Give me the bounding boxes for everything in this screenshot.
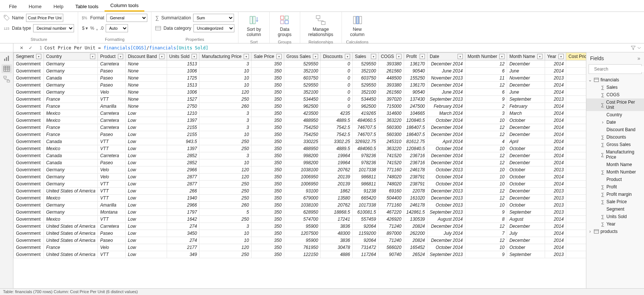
- cell[interactable]: 260: [566, 174, 586, 181]
- cell[interactable]: 9: [465, 96, 507, 103]
- data-groups-button[interactable]: Data groups: [273, 13, 296, 39]
- cell[interactable]: 504400: [378, 195, 404, 202]
- cell[interactable]: Government: [14, 230, 44, 237]
- cell[interactable]: 260: [566, 181, 586, 188]
- cell[interactable]: 0: [321, 75, 353, 82]
- cell[interactable]: 2852: [167, 152, 199, 159]
- ribbon-tab-table-tools[interactable]: Table tools: [69, 1, 104, 12]
- cell[interactable]: 12: [465, 223, 507, 230]
- cell[interactable]: 560300: [378, 124, 404, 131]
- table-row[interactable]: GovernmentCanadaCarreteraLow285233509982…: [14, 152, 586, 159]
- cell[interactable]: 10: [465, 145, 507, 152]
- cell[interactable]: 350: [251, 230, 284, 237]
- cell[interactable]: 117264: [352, 251, 378, 258]
- table-row[interactable]: GovernmentGermanyMontanaLow1797535062895…: [14, 209, 586, 216]
- cell[interactable]: Low: [125, 230, 167, 237]
- cell[interactable]: 350: [251, 223, 284, 230]
- table-row[interactable]: GovernmentGermanyVeloLow2877120350100695…: [14, 174, 586, 181]
- cell[interactable]: 91238: [352, 188, 378, 195]
- cell[interactable]: September: [507, 251, 545, 258]
- cell[interactable]: Government: [14, 209, 44, 216]
- cell[interactable]: 3836: [321, 237, 353, 244]
- cell[interactable]: Government: [14, 216, 44, 223]
- cell[interactable]: 10: [199, 68, 251, 75]
- cell[interactable]: Mexico: [44, 195, 98, 202]
- cell[interactable]: Government: [14, 237, 44, 244]
- table-row[interactable]: GovernmentGermanyVeloNone100612035035210…: [14, 89, 586, 96]
- cell[interactable]: 978236: [352, 152, 378, 159]
- cell[interactable]: 136170: [404, 61, 427, 68]
- cell[interactable]: Carretera: [98, 61, 125, 68]
- cell[interactable]: February: [507, 103, 545, 110]
- cell[interactable]: 2155: [167, 131, 199, 138]
- cell[interactable]: 534450: [352, 96, 378, 103]
- cell[interactable]: Low: [125, 181, 167, 188]
- cell[interactable]: Government: [14, 251, 44, 258]
- cell[interactable]: September 2013: [427, 251, 465, 258]
- cell[interactable]: Government: [14, 89, 44, 96]
- column-header-manufacturing-price[interactable]: Manufacturing Price▾: [199, 53, 251, 61]
- cell[interactable]: VTT: [98, 181, 125, 188]
- cell[interactable]: 0: [321, 89, 353, 96]
- cell[interactable]: 20762: [321, 202, 353, 209]
- cell[interactable]: October 2013: [427, 166, 465, 174]
- cell[interactable]: June: [507, 68, 545, 75]
- cell[interactable]: 423500: [284, 110, 320, 117]
- column-header-year[interactable]: Year▾: [545, 53, 566, 61]
- ribbon-tab-file[interactable]: File: [3, 1, 23, 12]
- cell[interactable]: VTT: [98, 195, 125, 202]
- column-header-cost-price-per-unit[interactable]: Cost Price Per Unit▾: [566, 53, 586, 61]
- cell[interactable]: 260: [566, 124, 586, 131]
- cell[interactable]: 2013: [545, 251, 566, 258]
- decimal-places-select[interactable]: Auto: [106, 24, 128, 32]
- cell[interactable]: 4889.5: [321, 117, 353, 124]
- cell[interactable]: 2750: [167, 103, 199, 110]
- cell[interactable]: 12: [465, 195, 507, 202]
- cell[interactable]: October 2014: [427, 117, 465, 124]
- column-filter-dropdown[interactable]: ▾: [396, 54, 401, 59]
- cell[interactable]: 17241: [321, 216, 353, 223]
- cell[interactable]: 2013: [545, 166, 566, 174]
- cell[interactable]: 48300: [321, 230, 353, 237]
- cell[interactable]: VTT: [98, 138, 125, 145]
- cell[interactable]: 2966: [167, 166, 199, 174]
- cell[interactable]: 2014: [545, 61, 566, 68]
- cell[interactable]: 484060.5: [352, 117, 378, 124]
- cell[interactable]: 1527: [167, 96, 199, 103]
- cell[interactable]: 326922.75: [352, 138, 378, 145]
- cell[interactable]: Paseo: [98, 68, 125, 75]
- cell[interactable]: October: [507, 181, 545, 188]
- cell[interactable]: Government: [14, 96, 44, 103]
- cell[interactable]: October: [507, 244, 545, 251]
- cell[interactable]: October: [507, 166, 545, 174]
- column-filter-dropdown[interactable]: ▾: [36, 54, 41, 59]
- cell[interactable]: 1017338: [352, 202, 378, 209]
- cell[interactable]: Paseo: [98, 230, 125, 237]
- cell[interactable]: None: [125, 103, 167, 110]
- cell[interactable]: 610081.5: [352, 209, 378, 216]
- column-filter-dropdown[interactable]: ▾: [192, 54, 197, 59]
- cell[interactable]: 754250: [284, 131, 320, 138]
- cell[interactable]: Velo: [98, 244, 125, 251]
- cell[interactable]: 467220: [378, 209, 404, 216]
- cell[interactable]: Germany: [44, 61, 98, 68]
- cell[interactable]: 260: [566, 138, 586, 145]
- cell[interactable]: Government: [14, 61, 44, 68]
- cell[interactable]: December: [507, 152, 545, 159]
- cell[interactable]: Low: [125, 237, 167, 244]
- cell[interactable]: 246178: [404, 202, 427, 209]
- cell[interactable]: 2014: [545, 145, 566, 152]
- field-sale-price[interactable]: ∑Sale Price: [586, 198, 644, 205]
- field-gross-sales[interactable]: ∑Gross Sales: [586, 141, 644, 148]
- cell[interactable]: 2013: [545, 75, 566, 82]
- cell[interactable]: 274: [167, 223, 199, 230]
- cell[interactable]: 574700: [284, 216, 320, 223]
- cell[interactable]: 1207500: [284, 230, 320, 237]
- column-header-cogs[interactable]: COGS▾: [378, 53, 404, 61]
- cell[interactable]: Low: [125, 138, 167, 145]
- manage-relationships-button[interactable]: Manage relationships: [304, 13, 338, 39]
- cell[interactable]: Government: [14, 145, 44, 152]
- table-row[interactable]: GovernmentGermanyVTTLow28772503501006950…: [14, 181, 586, 188]
- cell[interactable]: December 2014: [427, 131, 465, 138]
- cell[interactable]: 529550: [352, 82, 378, 89]
